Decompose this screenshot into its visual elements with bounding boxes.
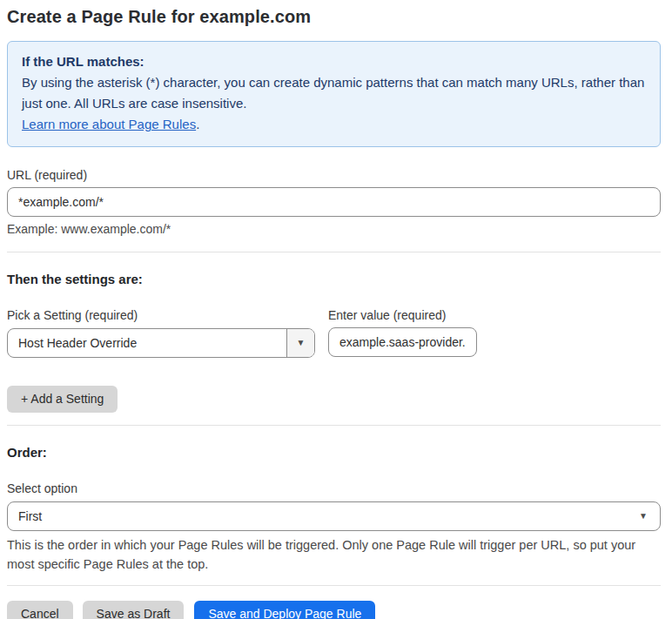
- setting-value-input[interactable]: [328, 327, 477, 357]
- add-setting-row: + Add a Setting: [7, 386, 661, 413]
- setting-select[interactable]: Host Header Override ▼: [7, 328, 315, 358]
- save-deploy-button[interactable]: Save and Deploy Page Rule: [194, 601, 375, 619]
- url-input[interactable]: [7, 187, 661, 217]
- chevron-down-icon: ▼: [297, 339, 306, 347]
- order-help-text: This is the order in which your Page Rul…: [7, 535, 661, 574]
- learn-more-link[interactable]: Learn more about Page Rules: [22, 117, 196, 131]
- setting-select-arrow-button[interactable]: ▼: [286, 329, 314, 357]
- setting-value-label: Enter value (required): [328, 308, 477, 323]
- url-example-hint: Example: www.example.com/*: [7, 222, 661, 237]
- section-divider: [7, 425, 661, 426]
- save-draft-button[interactable]: Save as Draft: [83, 601, 185, 619]
- footer-divider: [7, 585, 661, 586]
- chevron-down-icon: ▼: [639, 512, 648, 521]
- info-box-heading: If the URL matches:: [22, 51, 646, 72]
- order-section-heading: Order:: [7, 444, 661, 461]
- info-box-body: By using the asterisk (*) character, you…: [22, 72, 646, 114]
- info-box-link-line: Learn more about Page Rules.: [22, 114, 646, 135]
- page-title: Create a Page Rule for example.com: [7, 5, 661, 28]
- setting-value-column: Enter value (required): [328, 287, 477, 357]
- section-divider: [7, 252, 661, 252]
- url-field-label: URL (required): [7, 168, 661, 183]
- url-match-info-box: If the URL matches: By using the asteris…: [7, 41, 661, 147]
- setting-row: Pick a Setting (required) Host Header Ov…: [7, 287, 661, 358]
- order-select-value: First: [18, 509, 42, 523]
- link-suffix: .: [196, 117, 199, 131]
- order-select-label: Select option: [7, 481, 661, 496]
- footer-actions: Cancel Save as Draft Save and Deploy Pag…: [7, 601, 661, 619]
- add-setting-button[interactable]: + Add a Setting: [7, 386, 118, 413]
- setting-picker-column: Pick a Setting (required) Host Header Ov…: [7, 287, 315, 358]
- create-page-rule-form: Create a Page Rule for example.com If th…: [0, 0, 672, 619]
- setting-select-value: Host Header Override: [8, 336, 286, 350]
- setting-picker-label: Pick a Setting (required): [7, 308, 315, 323]
- order-select[interactable]: First ▼: [7, 501, 661, 531]
- cancel-button[interactable]: Cancel: [7, 601, 73, 619]
- settings-section-heading: Then the settings are:: [7, 271, 661, 287]
